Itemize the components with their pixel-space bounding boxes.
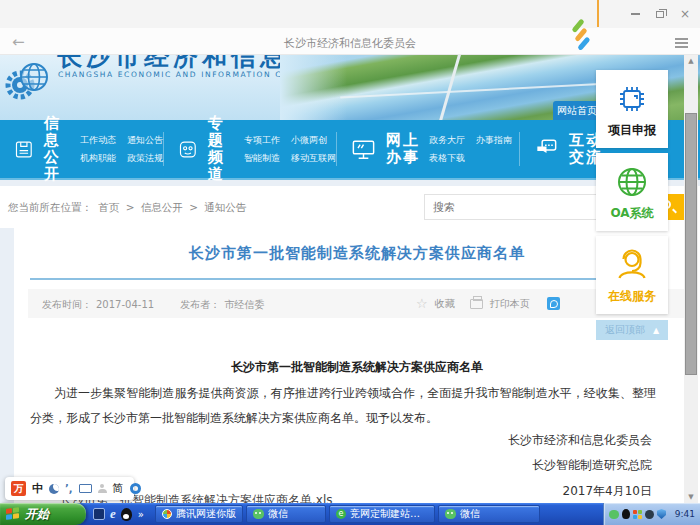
ime-halfwidth-moon-icon[interactable] bbox=[49, 484, 59, 494]
scroll-down-arrow[interactable]: ▼ bbox=[684, 493, 698, 501]
restore-icon[interactable] bbox=[656, 11, 664, 18]
article-meta: 发布时间：2017-04-11发布者：市经信委 bbox=[42, 298, 268, 312]
headset-person-icon bbox=[612, 245, 652, 285]
task-button-wechat-2[interactable]: 微信 bbox=[438, 505, 540, 523]
print-button[interactable]: 打印本页 bbox=[490, 297, 530, 311]
nav-title-line: 公开 bbox=[44, 149, 71, 183]
breadcrumb-prefix: 您当前所在位置： bbox=[8, 201, 92, 213]
start-label: 开始 bbox=[25, 506, 49, 523]
printer-icon[interactable] bbox=[470, 299, 483, 309]
project-apply-label: 项目申报 bbox=[608, 122, 656, 139]
task-buttons: 腾讯网迷你版 微信 e 竞网定制建站管理... 微信 bbox=[151, 505, 603, 523]
start-button[interactable]: 开始 bbox=[0, 503, 86, 525]
signature-date: 2017年4月10日 bbox=[563, 483, 652, 500]
breadcrumb-level1-link[interactable]: 信息公开 bbox=[141, 201, 183, 213]
ime-toolbar: 万 中 ’, 简 bbox=[5, 477, 134, 500]
share-icon[interactable] bbox=[547, 297, 560, 310]
nav-item-online-affairs[interactable]: 网上办事 政务大厅 办事指南 表格下载 bbox=[337, 120, 519, 178]
nav-title-line: 专题 bbox=[208, 115, 235, 149]
site-header: 长沙市经济和信息化委员会 CHANGSHA ECONOMIC AND INFOR… bbox=[0, 55, 700, 120]
author: 市经信委 bbox=[224, 299, 264, 310]
chip-icon bbox=[612, 79, 652, 119]
nav-sublink[interactable]: 机构职能 bbox=[80, 152, 116, 165]
project-apply-button[interactable]: 项目申报 bbox=[596, 70, 668, 148]
globe-icon bbox=[612, 162, 652, 202]
tencent-icon bbox=[162, 509, 172, 519]
tray-wechat-icon[interactable] bbox=[609, 510, 619, 519]
window-titlebar: × bbox=[0, 0, 700, 28]
nav-title-line: 信息 bbox=[44, 115, 71, 149]
task-button-tencent-mini[interactable]: 腾讯网迷你版 bbox=[155, 505, 243, 523]
minimize-icon[interactable] bbox=[631, 13, 640, 15]
favorite-star-icon[interactable]: ☆ bbox=[416, 296, 428, 311]
breadcrumb-level2-link[interactable]: 通知公告 bbox=[204, 201, 246, 213]
main-nav: 信息公开 工作动态 通知公告 机构职能 政策法规 专题频道 专项工作 小微两创 … bbox=[0, 120, 700, 180]
task-button-wechat-1[interactable]: 微信 bbox=[246, 505, 326, 523]
wechat-icon bbox=[445, 509, 456, 519]
breadcrumb-separator: > bbox=[126, 201, 135, 213]
nav-sublink[interactable]: 表格下载 bbox=[429, 152, 465, 165]
back-to-top-button[interactable]: 返回顶部 ▲ bbox=[596, 320, 668, 340]
channel-icon bbox=[177, 136, 199, 163]
title-divider bbox=[30, 278, 652, 280]
task-label: 微信 bbox=[268, 507, 288, 521]
page-scrollbar[interactable]: ▲ ▼ bbox=[684, 55, 698, 503]
show-desktop-icon[interactable] bbox=[93, 508, 105, 520]
ime-keyboard-icon[interactable] bbox=[79, 484, 92, 493]
ime-logo-icon[interactable]: 万 bbox=[11, 481, 26, 496]
nav-sublink[interactable]: 工作动态 bbox=[80, 134, 116, 147]
qq-icon[interactable] bbox=[121, 508, 132, 521]
favorite-button[interactable]: 收藏 bbox=[435, 297, 455, 311]
nav-item-info-disclosure[interactable]: 信息公开 工作动态 通知公告 机构职能 政策法规 bbox=[0, 120, 163, 178]
author-label: 发布者： bbox=[180, 299, 220, 310]
ime-settings-gear-icon[interactable] bbox=[130, 483, 141, 494]
task-label: 腾讯网迷你版 bbox=[176, 507, 236, 521]
scrollbar-thumb[interactable] bbox=[685, 113, 697, 375]
tray-shield-icon[interactable] bbox=[657, 509, 666, 519]
ime-account-icon[interactable] bbox=[98, 484, 107, 493]
online-service-button[interactable]: 在线服务 bbox=[596, 236, 668, 314]
nav-sublink[interactable]: 政策法规 bbox=[127, 152, 163, 165]
close-icon[interactable]: × bbox=[680, 9, 690, 19]
nav-sublink[interactable]: 办事指南 bbox=[476, 134, 512, 147]
ime-simplified-button[interactable]: 简 bbox=[113, 481, 124, 496]
signature-org-2: 长沙智能制造研究总院 bbox=[532, 457, 652, 474]
nav-title-line: 网上 bbox=[386, 132, 420, 149]
floppy-icon bbox=[13, 136, 35, 163]
breadcrumb-separator: > bbox=[189, 201, 198, 213]
windows-logo-icon bbox=[6, 507, 20, 522]
nav-sublink[interactable]: 通知公告 bbox=[127, 134, 163, 147]
quick-launch-overflow-chevron[interactable]: » bbox=[138, 509, 144, 520]
article-body-title: 长沙市第一批智能制造系统解决方案供应商名单 bbox=[14, 359, 700, 376]
breadcrumb: 您当前所在位置： 首页 > 信息公开 > 通知公告 bbox=[8, 201, 249, 215]
ime-punctuation-button[interactable]: ’, bbox=[65, 483, 73, 494]
hamburger-menu-icon[interactable] bbox=[675, 38, 688, 50]
ime-chinese-mode-button[interactable]: 中 bbox=[32, 481, 43, 496]
nav-sublink[interactable]: 小微两创 bbox=[291, 134, 336, 147]
tray-security-icon[interactable] bbox=[645, 510, 654, 519]
floating-quick-panel: 项目申报 OA系统 在线服务 返回顶部 ▲ bbox=[596, 70, 668, 340]
internet-explorer-icon[interactable]: e bbox=[110, 508, 116, 520]
nav-sublink[interactable]: 移动互联网 bbox=[291, 152, 336, 165]
signature-org-1: 长沙市经济和信息化委员会 bbox=[508, 432, 652, 449]
jingwang-icon: e bbox=[336, 509, 346, 519]
tray-colorgrid-icon[interactable] bbox=[633, 510, 642, 519]
chat-bubbles-icon bbox=[533, 136, 560, 163]
nav-item-special-channel[interactable]: 专题频道 专项工作 小微两创 智能制造 移动互联网 bbox=[164, 120, 336, 178]
nav-sublink[interactable]: 专项工作 bbox=[244, 134, 280, 147]
article-meta-bar: 发布时间：2017-04-11发布者：市经信委 ☆ 收藏 打印本页 bbox=[28, 289, 694, 318]
task-label: 微信 bbox=[460, 507, 480, 521]
scroll-up-arrow[interactable]: ▲ bbox=[684, 57, 698, 65]
tray-qq-icon[interactable] bbox=[622, 509, 630, 519]
breadcrumb-home-link[interactable]: 首页 bbox=[98, 201, 119, 213]
nav-sublink[interactable]: 政务大厅 bbox=[429, 134, 465, 147]
nav-sublink[interactable]: 智能制造 bbox=[244, 152, 280, 165]
oa-system-label: OA系统 bbox=[610, 205, 653, 222]
system-tray: 9:41 bbox=[603, 503, 700, 525]
site-home-button[interactable]: 网站首页 bbox=[553, 101, 601, 120]
oa-system-button[interactable]: OA系统 bbox=[596, 153, 668, 231]
task-button-jingwang-admin[interactable]: e 竞网定制建站管理... bbox=[329, 505, 435, 523]
back-to-top-label: 返回顶部 bbox=[605, 323, 645, 337]
nav-title-line: 频道 bbox=[208, 149, 235, 183]
site-logo-icon bbox=[5, 57, 55, 107]
